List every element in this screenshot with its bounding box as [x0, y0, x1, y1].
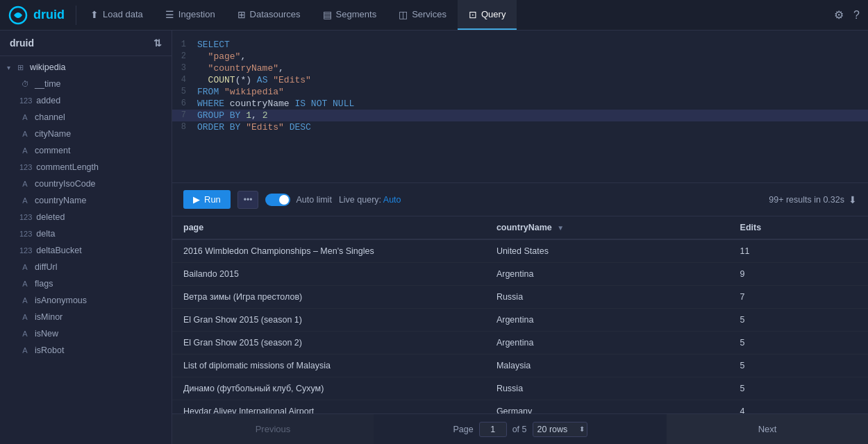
rows-per-page-wrap: 20 rows 50 rows 100 rows [533, 422, 587, 437]
string-icon: A [19, 180, 31, 188]
table-header: page countryName ▼ Edits [172, 216, 868, 239]
field-isminor[interactable]: A isMinor [0, 309, 172, 325]
cell-country: Argentina [485, 263, 729, 286]
help-icon[interactable]: ? [853, 9, 860, 22]
table-row[interactable]: 2016 Wimbledon Championships – Men's Sin… [172, 239, 868, 263]
field-deleted[interactable]: 123 deleted [0, 209, 172, 225]
field-delta[interactable]: 123 delta [0, 225, 172, 242]
field-time[interactable]: ⏱ __time [0, 76, 172, 92]
nav-datasources[interactable]: ⊞ Datasources [226, 0, 312, 30]
results-info: 99+ results in 0.32s ⬇ [769, 194, 857, 205]
field-diffurl[interactable]: A diffUrl [0, 259, 172, 275]
run-button[interactable]: ▶ Run [183, 190, 231, 209]
numeric-icon: 123 [19, 213, 32, 221]
sort-icon[interactable]: ⇅ [153, 37, 162, 49]
table-row[interactable]: Heydar Aliyev International Airport Germ… [172, 400, 868, 414]
datasources-icon: ⊞ [237, 9, 246, 20]
pagination: Previous Page of 5 20 rows 50 rows 100 r… [172, 413, 868, 444]
cell-country: United States [485, 239, 729, 263]
code-editor[interactable]: 1 SELECT 2 "page", 3 "countryName", 4 CO… [172, 31, 868, 183]
nav-services[interactable]: ◫ Services [387, 0, 458, 30]
nav-query[interactable]: ⊡ Query [458, 0, 517, 30]
more-options-button[interactable]: ••• [237, 191, 259, 209]
auto-limit-label: Auto limit [296, 195, 331, 205]
field-countryname[interactable]: A countryName [0, 192, 172, 209]
field-commentlength[interactable]: 123 commentLength [0, 159, 172, 176]
field-added[interactable]: 123 added [0, 92, 172, 109]
ellipsis-icon: ••• [244, 195, 253, 205]
logo[interactable]: druid [8, 6, 76, 25]
cell-edits: 5 [729, 355, 868, 377]
load-data-icon: ⬆ [90, 9, 99, 20]
download-icon[interactable]: ⬇ [849, 194, 857, 205]
field-isrobot[interactable]: A isRobot [0, 342, 172, 359]
table-row[interactable]: List of diplomatic missions of Malaysia … [172, 355, 868, 377]
live-query-value[interactable]: Auto [383, 195, 401, 205]
query-icon: ⊡ [469, 9, 477, 20]
field-isnew[interactable]: A isNew [0, 325, 172, 342]
field-cityname[interactable]: A cityName [0, 126, 172, 142]
cell-country: Argentina [485, 332, 729, 355]
numeric-icon: 123 [19, 96, 32, 105]
code-line-1: 1 SELECT [172, 39, 868, 51]
nav-ingestion[interactable]: ☰ Ingestion [154, 0, 226, 30]
table-row[interactable]: Динамо (футбольный клуб, Сухум) Russia 5 [172, 377, 868, 400]
settings-icon[interactable]: ⚙ [834, 8, 844, 22]
col-header-edits[interactable]: Edits [729, 216, 868, 239]
cell-page: El Gran Show 2015 (season 2) [172, 332, 485, 355]
query-toolbar: ▶ Run ••• Auto limit Live query: Auto 99… [172, 183, 868, 216]
sidebar-tree: ▾ ⊞ wikipedia ⏱ __time 123 added A chann… [0, 56, 172, 444]
auto-limit-toggle[interactable] [265, 194, 290, 206]
field-deltabucket[interactable]: 123 deltaBucket [0, 242, 172, 259]
cell-page: Heydar Aliyev International Airport [172, 400, 485, 414]
datasource-item[interactable]: ▾ ⊞ wikipedia [0, 59, 172, 76]
string-icon: A [19, 263, 31, 271]
table-row[interactable]: Ветра зимы (Игра престолов) Russia 7 [172, 286, 868, 309]
code-line-6: 6 WHERE countryName IS NOT NULL [172, 98, 868, 110]
field-comment[interactable]: A comment [0, 142, 172, 159]
cell-edits: 11 [729, 239, 868, 263]
sidebar: druid ⇅ ▾ ⊞ wikipedia ⏱ __time 123 added… [0, 31, 172, 444]
table-row[interactable]: El Gran Show 2015 (season 1) Argentina 5 [172, 309, 868, 332]
string-icon: A [19, 313, 31, 321]
code-line-8: 8 ORDER BY "Edits" DESC [172, 121, 868, 133]
table-row[interactable]: Bailando 2015 Argentina 9 [172, 263, 868, 286]
cell-edits: 5 [729, 309, 868, 332]
rows-per-page-select[interactable]: 20 rows 50 rows 100 rows [533, 422, 587, 437]
string-icon: A [19, 113, 31, 121]
col-header-page[interactable]: page [172, 216, 485, 239]
page-number-input[interactable] [479, 422, 507, 437]
cell-page: 2016 Wimbledon Championships – Men's Sin… [172, 239, 485, 263]
string-icon: A [19, 346, 31, 355]
sidebar-header: druid ⇅ [0, 31, 172, 56]
string-icon: A [19, 130, 31, 138]
nav-segments[interactable]: ▤ Segments [312, 0, 388, 30]
cell-country: Malaysia [485, 355, 729, 377]
cell-edits: 7 [729, 286, 868, 309]
chevron-down-icon: ▾ [7, 64, 10, 71]
col-header-countryname[interactable]: countryName ▼ [485, 216, 729, 239]
filter-icon[interactable]: ▼ [557, 224, 564, 232]
run-icon: ▶ [193, 194, 200, 205]
field-countryisocode[interactable]: A countryIsoCode [0, 176, 172, 192]
code-line-7: 7 GROUP BY 1, 2 [172, 110, 868, 121]
services-icon: ◫ [399, 9, 408, 20]
nav-right: ⚙ ? [834, 8, 860, 22]
next-button[interactable]: Next [667, 414, 868, 444]
segments-icon: ▤ [323, 9, 332, 20]
cell-country: Russia [485, 286, 729, 309]
cell-edits: 9 [729, 263, 868, 286]
field-channel[interactable]: A channel [0, 109, 172, 126]
table-row[interactable]: El Gran Show 2015 (season 2) Argentina 5 [172, 332, 868, 355]
string-icon: A [19, 280, 31, 288]
nav-load-data[interactable]: ⬆ Load data [79, 0, 154, 30]
cell-page: Ветра зимы (Игра престолов) [172, 286, 485, 309]
numeric-icon: 123 [19, 230, 32, 238]
auto-limit-toggle-wrap: Auto limit [265, 194, 331, 206]
cell-country: Germany [485, 400, 729, 414]
field-isanonymous[interactable]: A isAnonymous [0, 292, 172, 309]
previous-button[interactable]: Previous [172, 414, 374, 444]
content-area: 1 SELECT 2 "page", 3 "countryName", 4 CO… [172, 31, 868, 444]
clock-icon: ⏱ [19, 80, 31, 88]
field-flags[interactable]: A flags [0, 275, 172, 292]
